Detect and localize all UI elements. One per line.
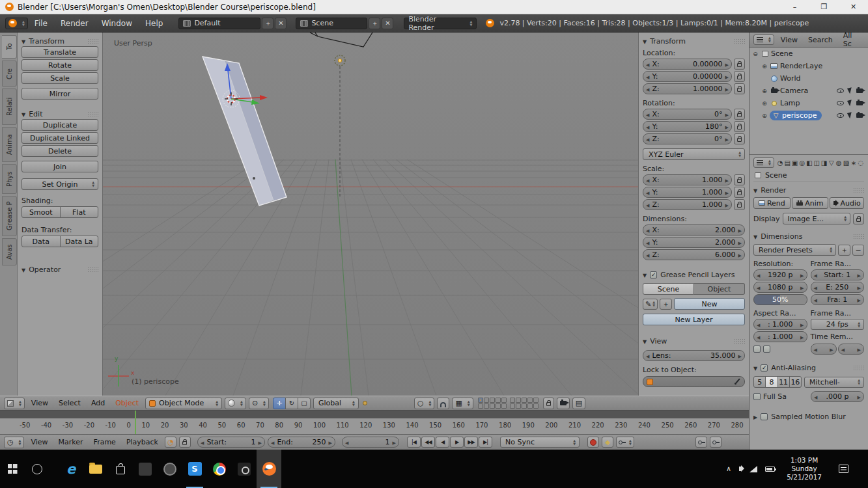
increment-arrow-icon[interactable] — [738, 251, 742, 259]
particles-tab-icon[interactable]: ∗ — [850, 158, 857, 168]
remove-preset-button[interactable]: − — [852, 245, 864, 256]
panel-grip-icon[interactable] — [88, 267, 98, 272]
decrement-arrow-icon[interactable] — [646, 251, 649, 259]
close-button[interactable]: ✕ — [839, 0, 868, 14]
minimize-button[interactable]: – — [780, 0, 809, 14]
visibility-eye-icon[interactable] — [837, 101, 844, 105]
frame-end-field[interactable]: E: 250 — [811, 282, 865, 293]
physics-tab-icon[interactable]: ◌ — [858, 158, 864, 168]
increment-arrow-icon[interactable] — [800, 332, 804, 341]
render-presets-dropdown[interactable]: Render Presets — [753, 244, 836, 256]
increment-arrow-icon[interactable] — [725, 122, 729, 131]
world-tab-icon[interactable]: ◎ — [799, 158, 805, 168]
increment-arrow-icon[interactable] — [858, 271, 861, 279]
current-frame-field[interactable]: 1 — [342, 437, 399, 448]
timeline-editor[interactable]: -50-40-30-20-100102030405060708090100110… — [0, 411, 749, 450]
location-y-field[interactable]: Y:0.00000 — [643, 71, 732, 82]
gp-new-button[interactable]: New — [674, 298, 745, 310]
crop-checkbox[interactable] — [763, 346, 770, 353]
aa-samples-8-button[interactable]: 8 — [765, 376, 777, 388]
transport-button[interactable]: ▶ — [450, 437, 464, 448]
tab-grease-pencil[interactable]: Grease P — [2, 196, 17, 236]
outliner-row-scene[interactable]: ⊖ Scene — [749, 47, 868, 60]
opengl-render-button[interactable] — [557, 398, 570, 409]
sync-mode-dropdown[interactable]: No Sync — [500, 437, 580, 448]
increment-arrow-icon[interactable] — [738, 226, 742, 234]
decrement-arrow-icon[interactable] — [646, 238, 649, 247]
transform-panel-header[interactable]: Transform — [643, 36, 745, 46]
add-preset-button[interactable]: ＋ — [838, 245, 850, 256]
delete-keyframe-button[interactable] — [710, 437, 721, 448]
panel-grip-icon[interactable] — [735, 339, 745, 344]
increment-arrow-icon[interactable] — [858, 392, 861, 401]
gp-draw-mode-button[interactable] — [643, 299, 658, 310]
scene-tab-icon[interactable]: ▣ — [791, 158, 798, 168]
aspect-y-field[interactable]: : 1.000 — [753, 331, 807, 342]
transport-button[interactable]: ▶▶ — [464, 437, 478, 448]
lock-location-z-button[interactable] — [734, 83, 745, 94]
hidden-icons-chevron[interactable]: ∧ — [726, 465, 731, 473]
viewport-shading-dropdown[interactable] — [225, 398, 246, 409]
texture-tab-icon[interactable]: ▨ — [843, 158, 849, 168]
panel-grip-icon[interactable] — [854, 366, 864, 370]
aa-samples-5-button[interactable]: 5 — [753, 376, 766, 388]
render-layers-tab-icon[interactable]: ▤ — [784, 158, 791, 168]
layer-cell-active[interactable] — [478, 398, 483, 403]
decrement-arrow-icon[interactable] — [646, 72, 649, 81]
time-remap-new-field[interactable] — [838, 344, 864, 355]
gp-object-tab[interactable]: Object — [694, 283, 745, 295]
tab-relations[interactable]: Relati — [2, 88, 17, 125]
transform-panel-header[interactable]: Transform — [21, 36, 98, 46]
interaction-mode-dropdown[interactable]: Object Mode — [145, 398, 222, 409]
app-taskbar-button-2[interactable] — [158, 450, 182, 488]
render-panel-header[interactable]: Render — [753, 185, 864, 195]
screen-layout-selector[interactable]: Default — [178, 18, 260, 29]
increment-arrow-icon[interactable] — [725, 110, 729, 118]
skype-taskbar-button[interactable]: S — [182, 450, 207, 488]
rotate-manipulator-toggle[interactable]: ↻ — [285, 398, 298, 409]
lock-location-y-button[interactable] — [734, 71, 745, 82]
panel-grip-icon[interactable] — [88, 112, 98, 116]
add-layout-button[interactable]: ＋ — [262, 18, 273, 29]
modifiers-tab-icon[interactable]: ◨ — [820, 158, 827, 168]
anti-aliasing-checkbox[interactable] — [761, 364, 768, 372]
rotation-mode-dropdown[interactable]: XYZ Euler — [643, 148, 745, 160]
lock-scale-z-button[interactable] — [734, 199, 745, 210]
increment-arrow-icon[interactable] — [858, 345, 861, 353]
outliner-item-label[interactable]: periscope — [782, 111, 817, 120]
location-z-field[interactable]: Z:1.00000 — [643, 83, 732, 94]
increment-arrow-icon[interactable] — [725, 72, 729, 81]
object-data-tab-icon[interactable]: ▽ — [828, 158, 835, 168]
viewport-3d[interactable]: User Persp (1) periscope x y — [103, 33, 638, 396]
panel-grip-icon[interactable] — [735, 39, 745, 44]
timeline-menu-frame[interactable]: Frame — [90, 438, 120, 446]
viewport-editor-type-button[interactable] — [4, 398, 25, 409]
increment-arrow-icon[interactable] — [738, 351, 742, 360]
expand-icon[interactable]: ⊖ — [752, 51, 759, 57]
aa-samples-16-button[interactable]: 16 — [789, 376, 802, 388]
anti-aliasing-panel-header[interactable]: Anti-Aliasing — [753, 362, 864, 373]
aa-filter-dropdown[interactable]: Mitchell- — [804, 377, 864, 388]
viewport-menu-select[interactable]: Select — [55, 399, 85, 407]
scale-manipulator-toggle[interactable]: ▢ — [298, 398, 311, 409]
render-tab-icon[interactable]: ◔ — [777, 158, 783, 168]
properties-editor-type-button[interactable] — [753, 157, 774, 168]
blender-taskbar-button[interactable] — [257, 450, 281, 488]
selected-object-highlight[interactable]: ▽periscope — [770, 111, 822, 120]
outliner-item-label[interactable]: Lamp — [780, 99, 800, 107]
keying-set-dropdown[interactable] — [616, 437, 634, 448]
scale-x-field[interactable]: X:1.000 — [643, 174, 732, 185]
translate-manipulator-toggle[interactable]: ✛ — [273, 398, 286, 409]
increment-arrow-icon[interactable] — [830, 345, 833, 353]
mirror-button[interactable]: Mirror — [21, 88, 98, 100]
scene-selector[interactable]: Scene — [296, 18, 367, 29]
lock-rotation-y-button[interactable] — [734, 121, 745, 132]
edge-taskbar-button[interactable]: e — [59, 450, 83, 488]
scale-z-field[interactable]: Z:1.000 — [643, 199, 732, 210]
timeline-editor-type-button[interactable] — [4, 437, 24, 448]
visibility-eye-icon[interactable] — [837, 88, 844, 93]
aspect-x-field[interactable]: : 1.000 — [753, 319, 807, 330]
snap-toggle-button[interactable] — [437, 398, 449, 409]
visibility-eye-icon[interactable] — [837, 113, 844, 118]
increment-arrow-icon[interactable] — [858, 295, 861, 304]
